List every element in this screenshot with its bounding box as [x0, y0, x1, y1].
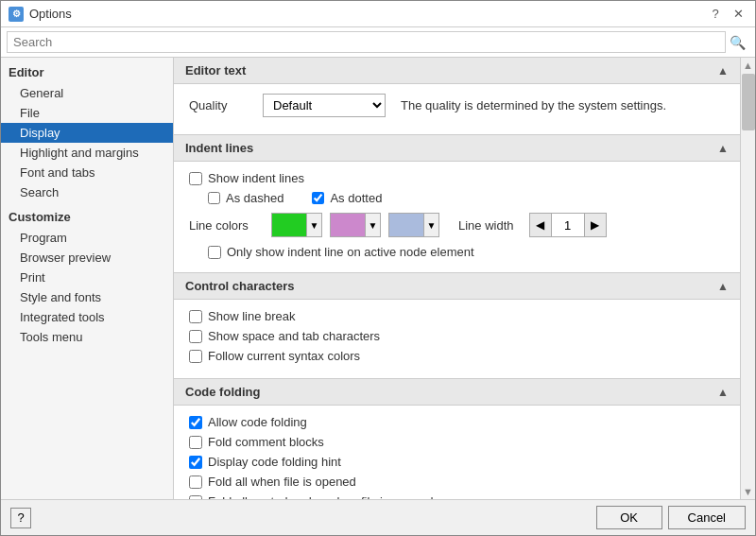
fold-all-on-open-row: Fold all when file is opened	[189, 475, 725, 489]
code-folding-body: Allow code folding Fold comment blocks D…	[174, 406, 740, 499]
help-title-btn[interactable]: ?	[706, 5, 725, 24]
sidebar-item-search[interactable]: Search	[1, 182, 173, 202]
fold-all-on-open-label: Fold all when file is opened	[208, 475, 356, 489]
sidebar-item-browser-preview[interactable]: Browser preview	[1, 248, 173, 268]
fold-comment-blocks-label: Fold comment blocks	[208, 435, 324, 449]
content-area: Editor text ▲ Quality Default High Low T…	[174, 58, 740, 499]
options-window: ⚙ Options ? ✕ 🔍 Editor General File Disp…	[0, 0, 756, 536]
follow-syntax-colors-row: Follow current syntax colors	[189, 349, 725, 363]
title-bar-left: ⚙ Options	[9, 7, 72, 22]
close-btn[interactable]: ✕	[729, 5, 747, 24]
show-line-break-label: Show line break	[208, 309, 296, 323]
sidebar-item-general[interactable]: General	[1, 83, 173, 103]
ok-button[interactable]: OK	[596, 506, 662, 529]
follow-syntax-colors-label: Follow current syntax colors	[208, 349, 360, 363]
sidebar: Editor General File Display Highlight an…	[1, 58, 174, 499]
code-folding-collapse[interactable]: ▲	[717, 386, 729, 399]
line-width-label: Line width	[458, 218, 514, 233]
show-indent-lines-label: Show indent lines	[208, 171, 304, 185]
sidebar-item-display[interactable]: Display	[1, 123, 173, 143]
allow-code-folding-row: Allow code folding	[189, 415, 725, 429]
sidebar-item-highlight-margins[interactable]: Highlight and margins	[1, 143, 173, 163]
control-characters-header: Control characters ▲	[174, 272, 740, 300]
color-picker-2[interactable]: ▼	[330, 213, 381, 237]
color-dropdown-2[interactable]: ▼	[365, 214, 380, 236]
only-active-node-checkbox[interactable]	[208, 246, 221, 259]
editor-text-collapse[interactable]: ▲	[717, 64, 729, 78]
footer: ? OK Cancel	[1, 499, 755, 535]
color-dropdown-1[interactable]: ▼	[306, 214, 321, 236]
scrollbar-thumb[interactable]	[742, 74, 755, 130]
color-swatch-1	[272, 214, 306, 236]
as-dashed-checkbox[interactable]	[208, 192, 220, 204]
sidebar-item-style-fonts[interactable]: Style and fonts	[1, 287, 173, 307]
quality-label: Quality	[189, 98, 255, 112]
editor-text-title: Editor text	[185, 63, 246, 78]
color-swatch-2	[331, 214, 365, 236]
sidebar-item-file[interactable]: File	[1, 103, 173, 123]
line-width-control: ◀ 1 ▶	[529, 213, 607, 237]
color-picker-3[interactable]: ▼	[388, 213, 439, 237]
line-colors-label: Line colors	[189, 218, 260, 233]
sidebar-item-integrated-tools[interactable]: Integrated tools	[1, 307, 173, 327]
line-width-decrease-btn[interactable]: ◀	[530, 214, 551, 236]
display-code-folding-hint-label: Display code folding hint	[208, 455, 341, 469]
indent-lines-collapse[interactable]: ▲	[717, 142, 729, 155]
control-characters-collapse[interactable]: ▲	[717, 280, 729, 293]
cancel-button[interactable]: Cancel	[668, 506, 746, 529]
quality-row: Quality Default High Low The quality is …	[189, 94, 725, 117]
indent-lines-header: Indent lines ▲	[174, 134, 740, 162]
show-space-tab-checkbox[interactable]	[189, 330, 202, 343]
color-picker-1[interactable]: ▼	[271, 213, 322, 237]
sidebar-item-print[interactable]: Print	[1, 268, 173, 287]
fold-all-on-open-checkbox[interactable]	[189, 475, 202, 489]
display-code-folding-hint-checkbox[interactable]	[189, 456, 202, 469]
only-active-node-row: Only show indent line on active node ele…	[208, 245, 725, 259]
as-dotted-label: As dotted	[330, 191, 382, 205]
line-width-increase-btn[interactable]: ▶	[585, 214, 606, 236]
control-characters-title: Control characters	[185, 279, 295, 293]
as-dashed-label: As dashed	[226, 191, 284, 205]
show-line-break-checkbox[interactable]	[189, 310, 202, 323]
as-dotted-option: As dotted	[312, 191, 382, 205]
show-space-tab-label: Show space and tab characters	[208, 329, 380, 343]
color-dropdown-3[interactable]: ▼	[423, 214, 438, 236]
scroll-down-btn[interactable]: ▼	[741, 484, 755, 499]
scrollbar[interactable]: ▲ ▼	[740, 58, 755, 499]
sidebar-section-editor: Editor	[1, 61, 173, 83]
search-button[interactable]: 🔍	[726, 33, 749, 52]
follow-syntax-colors-checkbox[interactable]	[189, 350, 202, 363]
line-width-value: 1	[551, 214, 585, 236]
sidebar-section-customize: Customize	[1, 206, 173, 228]
sidebar-item-tools-menu[interactable]: Tools menu	[1, 327, 173, 347]
main-area: Editor General File Display Highlight an…	[1, 58, 755, 499]
code-folding-header: Code folding ▲	[174, 378, 740, 406]
as-dashed-option: As dashed	[208, 191, 284, 205]
indent-lines-body: Show indent lines As dashed As dotted Li…	[174, 162, 740, 272]
quality-select[interactable]: Default High Low	[263, 94, 386, 117]
allow-code-folding-checkbox[interactable]	[189, 416, 202, 429]
indent-lines-title: Indent lines	[185, 141, 253, 155]
show-indent-lines-checkbox[interactable]	[189, 172, 202, 185]
fold-comment-blocks-checkbox[interactable]	[189, 436, 202, 449]
code-folding-title: Code folding	[185, 385, 260, 399]
sidebar-item-program[interactable]: Program	[1, 228, 173, 248]
display-code-folding-hint-row: Display code folding hint	[189, 455, 725, 469]
indent-type-options: As dashed As dotted	[208, 191, 725, 205]
sidebar-item-font-tabs[interactable]: Font and tabs	[1, 163, 173, 182]
search-bar: 🔍	[1, 27, 755, 58]
footer-right: OK Cancel	[596, 506, 746, 529]
show-space-tab-row: Show space and tab characters	[189, 329, 725, 343]
quality-description: The quality is determined by the system …	[401, 98, 666, 112]
only-active-node-label: Only show indent line on active node ele…	[227, 245, 474, 259]
control-characters-body: Show line break Show space and tab chara…	[174, 300, 740, 378]
footer-left: ?	[10, 508, 31, 528]
scroll-up-btn[interactable]: ▲	[741, 58, 755, 73]
help-button[interactable]: ?	[10, 508, 31, 528]
as-dotted-checkbox[interactable]	[312, 192, 324, 204]
app-icon: ⚙	[9, 7, 24, 22]
search-input[interactable]	[7, 31, 726, 53]
title-bar: ⚙ Options ? ✕	[1, 1, 755, 27]
editor-text-header: Editor text ▲	[174, 58, 740, 84]
color-swatch-3	[389, 214, 423, 236]
